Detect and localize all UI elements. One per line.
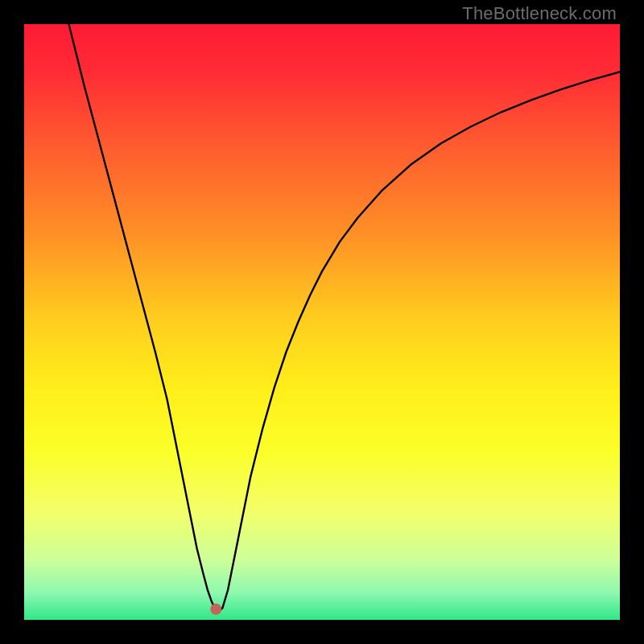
chart-frame [24,24,620,620]
bottleneck-chart [24,24,620,620]
minimum-marker [210,604,221,615]
chart-background [24,24,620,620]
watermark-text: TheBottleneck.com [462,3,617,24]
